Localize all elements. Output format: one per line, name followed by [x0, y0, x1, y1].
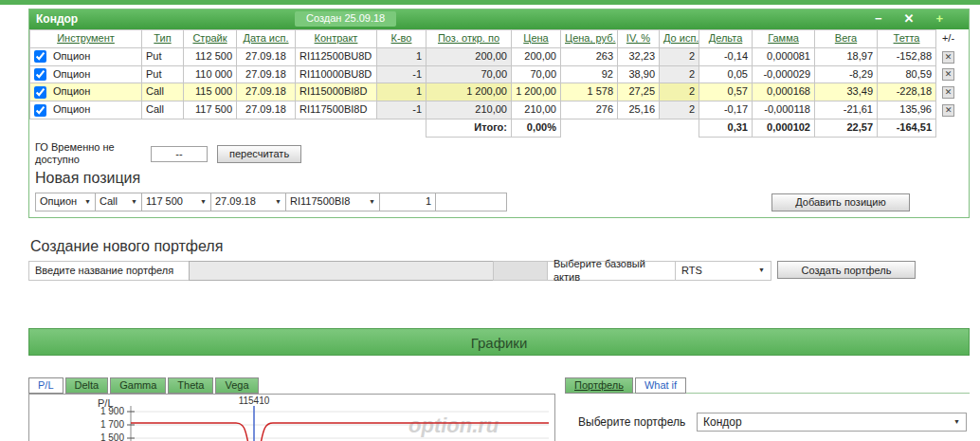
y-tick-label: 1 900	[100, 406, 124, 416]
pl-chart: option.ru P/L 115410 1 900 1 700 1 500	[28, 394, 555, 441]
col-header-qty[interactable]: К-во	[391, 32, 412, 44]
add-position-button[interactable]: Добавить позицию	[771, 193, 910, 211]
cell-delete: ✕	[936, 65, 961, 83]
col-header-vega[interactable]: Вега	[835, 32, 857, 44]
base-asset-select-value: RTS	[681, 265, 702, 278]
portfolio-name-input[interactable]	[189, 261, 494, 281]
cell-contract: RI112500BU8D	[296, 47, 377, 65]
col-header-type[interactable]: Тип	[154, 32, 171, 44]
tab-theta[interactable]: Theta	[168, 377, 213, 394]
cell-exp-date: 27.09.18	[237, 83, 296, 101]
col-header-open-pos[interactable]: Поз. откр. по	[438, 32, 499, 44]
cell-type: Put	[142, 47, 184, 65]
position-checkbox[interactable]	[34, 86, 46, 99]
cell-price-rub: 263	[561, 47, 618, 65]
cell-vega: 33,49	[815, 83, 878, 101]
cell-iv: 25,16	[618, 101, 660, 119]
tab-gamma[interactable]: Gamma	[110, 377, 166, 394]
tab-what-if[interactable]: What if	[635, 377, 686, 394]
go-value-box: --	[151, 146, 208, 162]
create-portfolio-button[interactable]: Создать портфель	[777, 261, 916, 279]
totals-row: Итого: 0,00% 0,31 0,000102 22,57 -164,51	[30, 119, 961, 137]
cell-contract: RI117500BI8D	[296, 101, 377, 119]
cell-contract: RI115000BI8D	[296, 83, 377, 101]
exp-date-select[interactable]: 27.09.18 ▼	[210, 193, 286, 211]
cell-days: 2	[660, 47, 699, 65]
cell-qty: -1	[377, 65, 426, 83]
tab-delta[interactable]: Delta	[65, 377, 109, 394]
chevron-down-icon: ▼	[200, 198, 207, 207]
empty-cell	[435, 193, 507, 211]
totals-theta: -164,51	[878, 119, 936, 137]
minimize-icon[interactable]: −	[875, 11, 882, 27]
col-header-price-rub[interactable]: Цена, руб.	[565, 32, 616, 44]
col-header-gamma[interactable]: Гамма	[768, 32, 799, 44]
totals-gamma: 0,000102	[753, 119, 815, 137]
cell-qty: 1	[377, 83, 426, 101]
tab-vega[interactable]: Vega	[215, 377, 258, 394]
col-header-days[interactable]: До исп.	[663, 32, 699, 44]
col-header-iv[interactable]: IV, %	[626, 32, 650, 44]
instrument-select[interactable]: Опцион ▼	[35, 193, 96, 211]
col-header-exp-date[interactable]: Дата исп.	[243, 32, 288, 44]
tab-pl[interactable]: P/L	[28, 377, 64, 394]
position-row: Опцион Put 112 500 27.09.18 RI112500BU8D…	[30, 47, 961, 65]
chevron-down-icon: ▼	[275, 198, 281, 207]
cell-gamma: 0,000081	[753, 47, 815, 65]
cell-open-pos: 70,00	[426, 65, 512, 83]
chevron-down-icon: ▼	[131, 198, 137, 207]
cell-strike: 115 000	[184, 83, 237, 101]
cell-type: Put	[142, 65, 184, 83]
portfolio-select[interactable]: Кондор ▼	[697, 413, 967, 432]
cell-vega: -8,29	[815, 65, 878, 83]
create-portfolio-title: Создание нового портфеля	[30, 237, 964, 256]
base-asset-select[interactable]: RTS ▼	[675, 261, 771, 281]
exp-date-select-value: 27.09.18	[215, 195, 256, 209]
col-header-delta[interactable]: Дельта	[709, 32, 743, 44]
cell-strike: 110 000	[184, 65, 237, 83]
cell-gamma: 0,000168	[753, 83, 815, 101]
close-icon[interactable]: ✕	[904, 11, 915, 27]
cell-qty: 1	[377, 47, 426, 65]
chevron-down-icon: ▼	[84, 198, 91, 207]
add-icon[interactable]: +	[935, 11, 943, 27]
recalculate-button[interactable]: пересчитать	[217, 145, 301, 163]
contract-select[interactable]: RI117500BI8 ▼	[285, 193, 380, 211]
cell-iv: 38,90	[618, 65, 660, 83]
instrument-select-value: Опцион	[40, 195, 77, 209]
delete-position-icon[interactable]: ✕	[942, 104, 954, 117]
position-checkbox[interactable]	[34, 50, 46, 63]
delete-position-icon[interactable]: ✕	[942, 86, 954, 99]
cell-price: 200,00	[512, 47, 561, 65]
window-controls: − ✕ +	[875, 11, 962, 27]
quantity-input[interactable]: 1	[379, 193, 436, 211]
portfolio-name-label: Введите название портфеля	[28, 261, 190, 281]
col-header-strike[interactable]: Страйк	[192, 32, 227, 44]
cell-price-rub: 92	[561, 65, 618, 83]
col-header-theta[interactable]: Тетта	[894, 32, 920, 44]
cell-instrument: Опцион	[30, 47, 142, 65]
strike-select[interactable]: 117 500 ▼	[141, 193, 211, 211]
cell-vega: -21,61	[815, 101, 878, 119]
go-label: ГО Временно не доступно	[35, 141, 141, 168]
delete-position-icon[interactable]: ✕	[942, 51, 954, 64]
col-header-instrument[interactable]: Инструмент	[57, 32, 115, 44]
cell-days: 2	[660, 101, 699, 119]
col-header-contract[interactable]: Контракт	[315, 32, 358, 44]
position-row: Опцион Call 117 500 27.09.18 RI117500BI8…	[30, 101, 961, 119]
chart-tabs: P/L Delta Gamma Theta Vega	[28, 377, 555, 394]
position-checkbox[interactable]	[34, 104, 46, 117]
cell-price-rub: 276	[561, 101, 618, 119]
portfolio-side-panel: Портфель What if Выберите портфель Кондо…	[565, 377, 970, 441]
cell-theta: 80,59	[878, 65, 936, 83]
new-position-title: Новая позиция	[35, 169, 963, 188]
position-checkbox[interactable]	[34, 68, 46, 81]
col-header-price[interactable]: Цена	[523, 32, 548, 44]
delete-position-icon[interactable]: ✕	[942, 68, 954, 81]
cell-type: Call	[142, 83, 184, 101]
portfolio-select-label: Выберите портфель	[578, 415, 697, 430]
tab-portfolio[interactable]: Портфель	[565, 377, 633, 394]
portfolio-created-badge: Создан 25.09.18	[295, 11, 396, 27]
option-type-select[interactable]: Call ▼	[95, 193, 142, 211]
portfolio-panel-tabs: Портфель What if	[565, 377, 970, 394]
